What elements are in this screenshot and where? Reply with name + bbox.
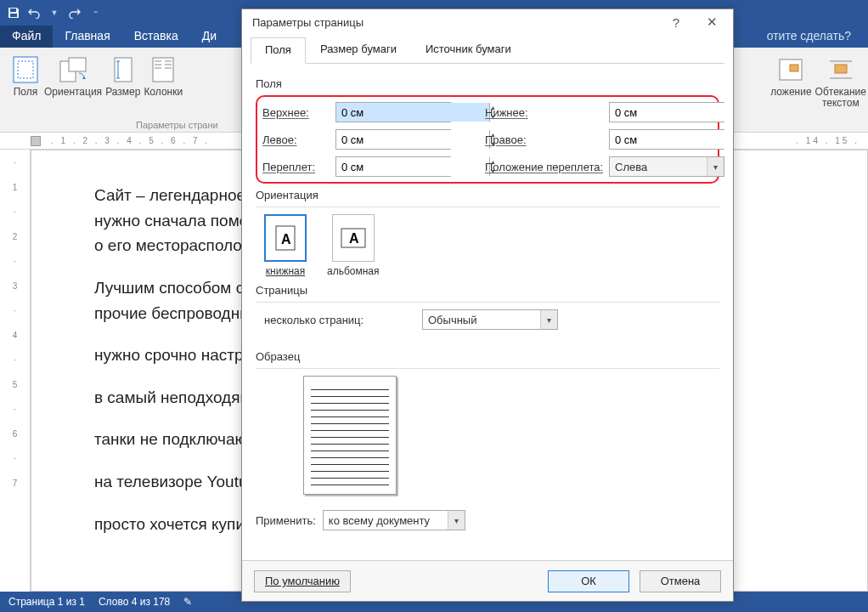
label-bottom: Нижнее: — [485, 106, 609, 119]
tab-paper-size[interactable]: Размер бумаги — [306, 37, 411, 63]
size-icon — [108, 54, 138, 85]
menu-file[interactable]: Файл — [0, 26, 53, 48]
label-multi: несколько страниц: — [264, 314, 414, 326]
chevron-down-icon: ▾ — [540, 310, 557, 329]
tab-paper-source[interactable]: Источник бумаги — [411, 37, 526, 63]
orientation-portrait[interactable]: A книжная — [264, 214, 307, 277]
input-right[interactable]: ▲▼ — [609, 129, 724, 150]
preview — [303, 376, 397, 495]
menu-insert[interactable]: Вставка — [122, 26, 190, 48]
ribbon-group-label: Параметры страни — [136, 120, 218, 130]
close-button[interactable]: ✕ — [694, 10, 730, 34]
section-preview: Образец — [256, 350, 719, 363]
chevron-down-icon: ▾ — [448, 511, 465, 530]
ribbon-wrap[interactable]: Обтекание текстом — [814, 53, 868, 131]
label-right: Правое: — [485, 133, 609, 146]
orientation-landscape[interactable]: A альбомная — [327, 214, 380, 277]
margins-icon — [10, 54, 41, 85]
menu-design[interactable]: Ди — [190, 26, 228, 48]
undo-icon[interactable] — [27, 6, 41, 20]
position-icon — [775, 54, 806, 85]
default-button[interactable]: По умолчанию — [254, 570, 351, 592]
cancel-button[interactable]: Отмена — [640, 570, 721, 592]
redo-icon[interactable] — [68, 6, 82, 20]
input-bottom[interactable]: ▲▼ — [609, 102, 724, 122]
input-gutter[interactable]: ▲▼ — [335, 156, 451, 177]
vertical-ruler[interactable]: ·1 ·2 ·3 ·4 ·5 ·6 ·7 — [0, 150, 31, 592]
label-left: Левое: — [262, 133, 335, 146]
help-button[interactable]: ? — [658, 10, 694, 34]
ribbon-position[interactable]: ложение — [769, 53, 813, 131]
section-fields: Поля — [256, 77, 719, 90]
status-page[interactable]: Страница 1 из 1 — [8, 596, 85, 608]
dialog-body: Поля Верхнее: ▲▼ Нижнее: ▲▼ Левое: ▲▼ Пр… — [242, 64, 733, 560]
label-top: Верхнее: — [262, 106, 335, 119]
dialog-title: Параметры страницы — [252, 16, 364, 29]
close-icon: ✕ — [707, 14, 718, 30]
dialog-tabs: Поля Размер бумаги Источник бумаги — [242, 37, 733, 63]
label-gutter-pos: Положение переплета: — [485, 161, 609, 173]
dialog-footer: По умолчанию ОК Отмена — [242, 560, 733, 601]
page-setup-dialog: Параметры страницы ? ✕ Поля Размер бумаг… — [241, 8, 734, 602]
combo-apply[interactable]: ко всему документу▾ — [323, 510, 465, 530]
ruler-marker — [31, 136, 41, 146]
status-words[interactable]: Слово 4 из 178 — [99, 596, 170, 608]
svg-rect-3 — [69, 58, 86, 71]
input-top[interactable]: ▲▼ — [335, 102, 451, 122]
section-orientation: Ориентация — [256, 189, 719, 201]
ribbon-margins[interactable]: Поля — [8, 53, 42, 131]
ruler-ticks-left: . 1 . 2 . 3 . 4 . 5 . 6 . 7 . — [51, 136, 210, 145]
svg-text:A: A — [349, 231, 359, 246]
margins-group: Верхнее: ▲▼ Нижнее: ▲▼ Левое: ▲▼ Правое:… — [256, 95, 719, 184]
orientation-icon — [58, 54, 88, 85]
section-pages: Страницы — [256, 284, 719, 297]
input-left[interactable]: ▲▼ — [335, 129, 451, 150]
wrap-icon — [826, 54, 856, 85]
combo-multi[interactable]: Обычный▾ — [422, 309, 558, 330]
chevron-down-icon: ▾ — [707, 157, 724, 176]
ok-button[interactable]: ОК — [548, 570, 629, 592]
combo-gutter-pos[interactable]: Слева▾ — [609, 156, 724, 177]
qat-dropdown-icon[interactable]: ▼ — [48, 6, 61, 20]
qat-customize-icon[interactable]: ⁼ — [88, 6, 102, 20]
label-apply: Применить: — [256, 514, 316, 527]
columns-icon — [148, 54, 178, 85]
label-gutter: Переплет: — [262, 161, 335, 173]
svg-rect-14 — [835, 65, 847, 73]
svg-text:A: A — [281, 232, 291, 246]
tab-fields[interactable]: Поля — [251, 37, 306, 64]
menu-home[interactable]: Главная — [53, 26, 121, 48]
save-icon[interactable] — [7, 6, 20, 20]
svg-rect-13 — [790, 65, 798, 71]
ribbon-orientation[interactable]: Ориентация — [42, 53, 104, 131]
dialog-titlebar[interactable]: Параметры страницы ? ✕ — [242, 9, 733, 35]
ruler-ticks-right: . 14 . 15 . — [796, 136, 860, 145]
tell-me[interactable]: отите сделать? — [750, 26, 868, 48]
spellcheck-icon[interactable]: ✎ — [183, 596, 192, 608]
